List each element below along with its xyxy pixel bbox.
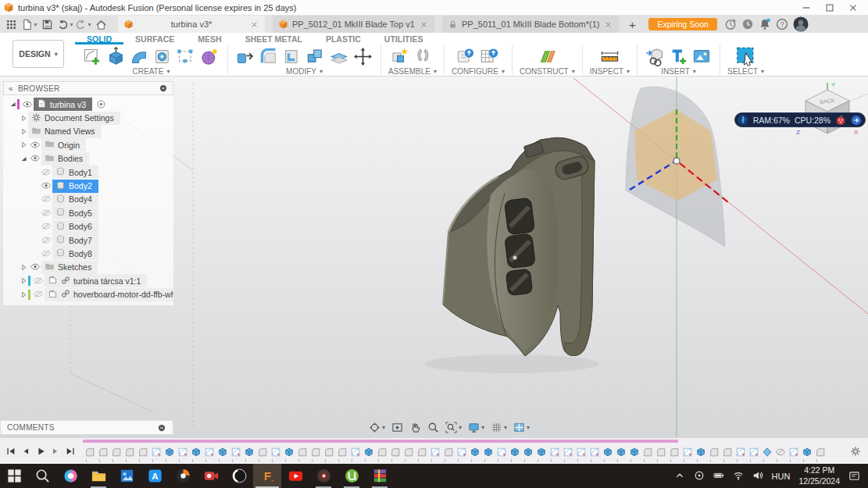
ribbon-tab-utilities[interactable]: UTILITIES	[373, 34, 435, 45]
extrude-feature-icon[interactable]	[695, 447, 706, 458]
fillet-icon[interactable]	[259, 46, 280, 67]
extrude-feature-icon[interactable]	[483, 447, 494, 458]
extrude-feature-icon[interactable]	[602, 447, 613, 458]
plane-feature-icon[interactable]	[655, 447, 666, 458]
redo-icon[interactable]: ▾	[74, 16, 92, 33]
taskbar-opera-gx-icon[interactable]	[225, 464, 253, 488]
sketch-feature-icon[interactable]	[230, 447, 241, 458]
taskbar-start-icon[interactable]	[0, 464, 28, 488]
plane-feature-icon[interactable]	[84, 447, 95, 458]
expand-closed-icon[interactable]	[19, 263, 28, 272]
go-to-start-button[interactable]	[4, 444, 17, 458]
plane-feature-icon[interactable]	[669, 447, 680, 458]
extrude-feature-icon[interactable]	[217, 447, 228, 458]
extrude-feature-icon[interactable]	[616, 447, 627, 458]
taskbar-youtube-icon[interactable]	[281, 464, 309, 488]
plane-feature-icon[interactable]	[377, 447, 388, 458]
viewports-icon[interactable]: ▾	[513, 422, 530, 433]
plane-feature-icon[interactable]	[642, 447, 653, 458]
expiring-soon-badge[interactable]: Expiring Soon	[648, 18, 716, 30]
visibility-eye-off-icon[interactable]	[39, 194, 52, 205]
visibility-eye-off-icon[interactable]	[31, 289, 45, 300]
construction-plane-icon[interactable]	[537, 46, 558, 67]
origin-point[interactable]	[673, 158, 680, 164]
plane-feature-icon[interactable]	[403, 447, 414, 458]
taskbar-file-explorer-icon[interactable]	[84, 464, 113, 488]
ribbon-tab-plastic[interactable]: PLASTIC	[314, 34, 373, 45]
plane-feature-icon[interactable]	[443, 447, 454, 458]
browser-row-body5[interactable]: Body5	[3, 206, 173, 219]
browser-row-body2[interactable]: Body2	[3, 179, 173, 192]
display-settings-icon[interactable]: ▾	[468, 422, 484, 433]
panel-options-icon[interactable]	[159, 84, 168, 93]
sketch-feature-icon[interactable]	[682, 447, 693, 458]
expand-open-icon[interactable]	[8, 100, 17, 109]
browser-row-body1[interactable]: Body1	[3, 166, 173, 179]
configuration-table-icon[interactable]	[479, 46, 500, 67]
ribbon-tab-mesh[interactable]: MESH	[186, 34, 233, 45]
extrude-feature-icon[interactable]	[284, 447, 295, 458]
sketch-feature-icon[interactable]	[576, 447, 587, 458]
app-launcher-icon[interactable]	[2, 16, 20, 33]
primitive-box-icon[interactable]	[176, 46, 197, 67]
plane-feature-icon[interactable]	[111, 447, 122, 458]
user-avatar[interactable]	[793, 16, 809, 32]
tray-expand-icon[interactable]	[674, 470, 685, 483]
browser-row-origin[interactable]: Origin	[3, 138, 173, 151]
plane-feature-icon[interactable]	[257, 447, 268, 458]
plane-feature-icon[interactable]	[138, 447, 148, 458]
fit-icon[interactable]: ▾	[445, 422, 462, 433]
close-button[interactable]	[841, 0, 865, 15]
minimize-button[interactable]	[795, 0, 818, 15]
visibility-eye-icon[interactable]	[39, 180, 52, 191]
browser-row-named-views[interactable]: Named Views	[3, 125, 173, 138]
taskbar-clock[interactable]: 4:22 PM 12/25/2024	[798, 465, 840, 486]
action-center-icon[interactable]	[848, 470, 860, 482]
job-status-icon[interactable]	[741, 18, 754, 30]
expand-closed-icon[interactable]	[19, 276, 28, 285]
plane-feature-icon[interactable]	[124, 447, 135, 458]
taskbar-utorrent-icon[interactable]	[338, 464, 366, 488]
look-at-icon[interactable]	[391, 422, 403, 433]
insert-canvas-icon[interactable]	[691, 46, 713, 67]
visibility-eye-off-icon[interactable]	[39, 248, 52, 259]
battery-icon[interactable]	[713, 470, 724, 483]
browser-row-body7[interactable]: Body7	[3, 233, 173, 247]
plane-feature-icon[interactable]	[815, 447, 826, 458]
panel-options-icon[interactable]	[157, 423, 166, 433]
plane-feature-icon[interactable]	[98, 447, 109, 458]
browser-row-document-settings[interactable]: Document Settings	[3, 111, 173, 124]
timeline-settings-gear-icon[interactable]	[850, 446, 861, 457]
ribbon-group-label[interactable]: CREATE▾	[133, 67, 170, 76]
ribbon-tab-solid[interactable]: SOLID	[75, 34, 123, 45]
extrude-feature-icon[interactable]	[629, 447, 640, 458]
file-menu-icon[interactable]: ▾	[20, 16, 38, 33]
press-pull-icon[interactable]	[235, 46, 256, 67]
expand-closed-icon[interactable]	[19, 127, 28, 136]
plane-feature-icon[interactable]	[390, 447, 401, 458]
sketch-feature-icon[interactable]	[456, 447, 467, 458]
measure-icon[interactable]	[599, 46, 620, 67]
expand-arrow-icon[interactable]	[851, 115, 862, 126]
performance-meter[interactable]: RAM:67% CPU:28%	[734, 112, 866, 127]
sketch-feature-icon[interactable]	[151, 447, 162, 458]
browser-row-bodies[interactable]: Bodies	[3, 152, 173, 166]
collapse-panel-icon[interactable]: «	[9, 84, 13, 93]
extrude-feature-icon[interactable]	[802, 447, 813, 458]
visibility-eye-off-icon[interactable]	[39, 208, 52, 219]
extrude-feature-icon[interactable]	[523, 447, 534, 458]
configuration-icon[interactable]	[455, 46, 477, 67]
browser-row-body8[interactable]: Body8	[3, 247, 173, 260]
help-icon[interactable]: ?	[776, 18, 788, 30]
sketch-feature-icon[interactable]	[270, 447, 281, 458]
extrude-feature-icon[interactable]	[363, 447, 374, 458]
pan-icon[interactable]	[409, 422, 421, 433]
volume-icon[interactable]	[752, 470, 763, 483]
language-indicator[interactable]: HUN	[772, 472, 791, 481]
comments-panel[interactable]: COMMENTS	[0, 420, 173, 435]
go-to-end-button[interactable]	[63, 444, 77, 458]
new-tab-button[interactable]: +	[623, 18, 641, 31]
extrude-feature-icon[interactable]	[244, 447, 255, 458]
step-forward-button[interactable]	[48, 444, 62, 458]
ribbon-group-label[interactable]: ASSEMBLE▾	[388, 67, 437, 76]
